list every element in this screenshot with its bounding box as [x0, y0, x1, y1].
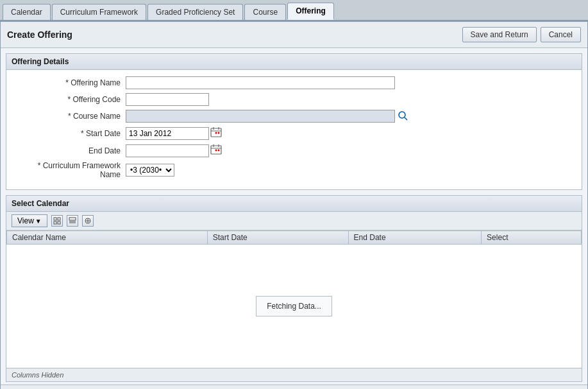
svg-point-12 — [215, 150, 217, 151]
calendar-table-container: Calendar Name Start Date End Date Select… — [6, 230, 582, 368]
start-date-label: * Start Date — [17, 129, 126, 138]
offering-details-header: Offering Details — [6, 54, 582, 70]
expand-all-icon[interactable] — [51, 215, 63, 227]
offering-name-row: * Offering Name — [17, 76, 571, 89]
end-date-row: End Date — [17, 144, 571, 157]
svg-rect-17 — [58, 221, 60, 224]
svg-rect-18 — [69, 218, 76, 220]
tab-course[interactable]: Course — [244, 4, 286, 20]
svg-rect-15 — [58, 218, 60, 220]
cancel-button-top[interactable]: Cancel — [541, 27, 581, 42]
tab-offering[interactable]: Offering — [287, 3, 334, 20]
calendar-toolbar: View ▼ — [6, 212, 582, 230]
page-title: Create Offering — [7, 30, 72, 40]
col-header-start-date: Start Date — [207, 231, 348, 245]
end-date-input[interactable] — [126, 144, 209, 157]
page-header: Create Offering Save and Return Cancel — [1, 22, 587, 48]
curriculum-framework-row: * Curriculum Framework Name •3 (2030• — [17, 161, 571, 179]
main-content: Create Offering Save and Return Cancel O… — [0, 21, 588, 389]
course-name-label: * Course Name — [17, 112, 126, 121]
curriculum-framework-select[interactable]: •3 (2030• — [126, 164, 174, 177]
start-date-row: * Start Date — [17, 126, 571, 140]
header-buttons: Save and Return Cancel — [462, 27, 581, 42]
offering-name-label: * Offering Name — [17, 78, 126, 87]
fetching-overlay: Fetching Data... — [7, 245, 582, 368]
calendar-section-header: Select Calendar — [6, 196, 582, 212]
start-date-input[interactable] — [126, 127, 209, 140]
collapse-all-icon[interactable] — [67, 215, 78, 227]
course-name-search-icon[interactable] — [395, 110, 410, 123]
svg-line-1 — [405, 117, 407, 120]
col-header-end-date: End Date — [348, 231, 482, 245]
curriculum-framework-label: * Curriculum Framework Name — [17, 161, 126, 179]
offering-code-row: * Offering Code — [17, 93, 571, 106]
calendar-section: Select Calendar View ▼ — [6, 195, 582, 382]
col-header-select: Select — [482, 231, 582, 245]
svg-point-7 — [218, 132, 220, 134]
svg-rect-16 — [54, 221, 56, 224]
start-date-calendar-icon[interactable] — [209, 126, 223, 140]
calendar-icon-end — [210, 144, 222, 155]
course-name-input[interactable] — [126, 110, 395, 123]
svg-point-13 — [218, 150, 220, 151]
end-date-label: End Date — [17, 146, 126, 155]
bottom-bar: Save and Return Cancel — [1, 385, 587, 389]
columns-hidden-label: Columns Hidden — [6, 368, 582, 381]
offering-code-input[interactable] — [126, 93, 209, 106]
tab-graded-proficiency-set[interactable]: Graded Proficiency Set — [147, 4, 243, 20]
tab-calendar[interactable]: Calendar — [3, 4, 51, 20]
offering-details-section: Offering Details * Offering Name * Offer… — [6, 53, 582, 190]
offering-name-input[interactable] — [126, 76, 395, 89]
save-return-button-top[interactable]: Save and Return — [462, 27, 537, 42]
svg-point-6 — [215, 132, 217, 134]
svg-point-0 — [399, 112, 405, 118]
magnifier-icon — [398, 110, 408, 121]
end-date-calendar-icon[interactable] — [209, 144, 223, 157]
fetching-message: Fetching Data... — [256, 296, 332, 316]
offering-details-form: * Offering Name * Offering Code * Course… — [6, 70, 582, 189]
calendar-table: Calendar Name Start Date End Date Select… — [6, 230, 582, 368]
course-name-row: * Course Name — [17, 110, 571, 123]
chevron-down-icon: ▼ — [35, 218, 42, 225]
col-header-calendar-name: Calendar Name — [7, 231, 208, 245]
calendar-icon — [210, 126, 222, 138]
tab-bar: Calendar Curriculum Framework Graded Pro… — [0, 0, 588, 21]
detach-icon[interactable] — [82, 215, 94, 227]
offering-code-label: * Offering Code — [17, 95, 126, 104]
tab-curriculum-framework[interactable]: Curriculum Framework — [52, 4, 146, 20]
view-button[interactable]: View ▼ — [12, 214, 47, 227]
svg-rect-14 — [54, 218, 56, 220]
